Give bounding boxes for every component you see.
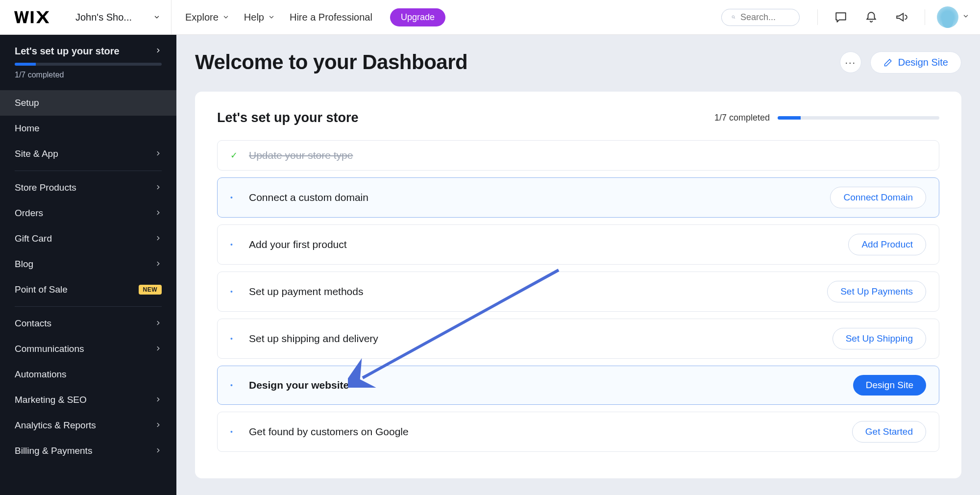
help-link[interactable]: Help: [244, 12, 275, 23]
main-header: Welcome to your Dashboard ··· Design Sit…: [195, 50, 961, 74]
setup-shipping-button[interactable]: Set Up Shipping: [833, 328, 926, 349]
search-input[interactable]: [740, 12, 789, 23]
avatar: [937, 6, 958, 28]
more-icon: ···: [845, 57, 856, 68]
top-right: [721, 6, 980, 28]
chevron-down-icon: [153, 12, 160, 23]
chevron-right-icon: [155, 318, 162, 329]
card-progress-bar: [778, 116, 939, 120]
chat-icon[interactable]: [826, 11, 856, 24]
add-product-button[interactable]: Add Product: [848, 234, 926, 255]
sidebar-item-automations[interactable]: Automations: [0, 362, 176, 387]
card-progress-text: 1/7 completed: [714, 113, 770, 123]
connect-domain-button[interactable]: Connect Domain: [830, 187, 926, 208]
sidebar-item-setup[interactable]: Setup: [0, 90, 176, 116]
step-add-product[interactable]: • Add your first product Add Product: [217, 224, 939, 265]
chevron-down-icon: [962, 13, 969, 22]
chevron-right-icon: [155, 182, 162, 193]
sidebar-item-orders[interactable]: Orders: [0, 200, 176, 226]
step-google[interactable]: • Get found by customers on Google Get S…: [217, 412, 939, 452]
main-content: Welcome to your Dashboard ··· Design Sit…: [176, 35, 980, 495]
sidebar-item-billing-payments[interactable]: Billing & Payments: [0, 438, 176, 464]
avatar-menu[interactable]: [937, 6, 969, 28]
card-title: Let's set up your store: [217, 110, 358, 125]
sidebar-progress-text: 1/7 completed: [0, 66, 176, 90]
new-badge: NEW: [139, 285, 162, 295]
upgrade-button[interactable]: Upgrade: [390, 8, 445, 26]
bullet-icon: •: [230, 194, 237, 201]
sidebar-item-blog[interactable]: Blog: [0, 251, 176, 277]
sidebar-item-store-products[interactable]: Store Products: [0, 175, 176, 200]
sidebar-separator: [15, 306, 162, 307]
top-bar: John's Sho... Explore Help Hire a Profes…: [0, 0, 980, 35]
top-links: Explore Help Hire a Professional Upgrade: [172, 8, 445, 26]
pencil-icon: [883, 57, 893, 67]
chevron-right-icon: [155, 208, 162, 219]
divider: [925, 9, 925, 25]
design-site-step-button[interactable]: Design Site: [853, 375, 926, 396]
bullet-icon: •: [230, 335, 237, 343]
svg-rect-0: [30, 11, 33, 23]
card-header: Let's set up your store 1/7 completed: [217, 110, 939, 125]
sidebar-item-home[interactable]: Home: [0, 116, 176, 141]
sidebar-item-analytics-reports[interactable]: Analytics & Reports: [0, 413, 176, 438]
sidebar-item-point-of-sale[interactable]: Point of Sale NEW: [0, 277, 176, 302]
wix-logo[interactable]: [0, 0, 65, 34]
chevron-right-icon: [155, 420, 162, 431]
get-started-button[interactable]: Get Started: [852, 421, 926, 443]
search-icon: [732, 12, 735, 22]
announce-icon[interactable]: [886, 11, 917, 24]
sidebar-item-contacts[interactable]: Contacts: [0, 311, 176, 336]
hire-link[interactable]: Hire a Professional: [290, 12, 372, 23]
search-box[interactable]: [721, 9, 800, 26]
main-actions: ··· Design Site: [840, 51, 961, 74]
bullet-icon: •: [230, 241, 237, 248]
sidebar: Let's set up your store 1/7 completed Se…: [0, 35, 176, 495]
check-icon: ✓: [230, 150, 237, 161]
site-selector[interactable]: John's Sho...: [65, 0, 172, 34]
chevron-right-icon: [155, 344, 162, 354]
step-shipping[interactable]: • Set up shipping and delivery Set Up Sh…: [217, 319, 939, 359]
svg-line-2: [734, 18, 735, 19]
chevron-down-icon: [268, 12, 275, 23]
site-name: John's Sho...: [75, 12, 132, 23]
sidebar-setup-header[interactable]: Let's set up your store: [0, 35, 176, 63]
step-payments[interactable]: • Set up payment methods Set Up Payments: [217, 272, 939, 312]
card-progress: 1/7 completed: [714, 113, 939, 123]
sidebar-item-communications[interactable]: Communications: [0, 336, 176, 362]
divider: [817, 9, 818, 25]
design-site-button[interactable]: Design Site: [870, 51, 961, 74]
sidebar-item-gift-card[interactable]: Gift Card: [0, 226, 176, 251]
bell-icon[interactable]: [856, 11, 886, 24]
setup-card: Let's set up your store 1/7 completed ✓ …: [195, 92, 961, 478]
sidebar-separator: [15, 171, 162, 171]
page-title: Welcome to your Dashboard: [195, 50, 467, 74]
bullet-icon: •: [230, 381, 237, 389]
setup-payments-button[interactable]: Set Up Payments: [827, 281, 926, 302]
wix-logo-icon: [14, 10, 51, 25]
step-update-store-type[interactable]: ✓ Update your store type: [217, 140, 939, 171]
chevron-right-icon: [155, 259, 162, 270]
chevron-right-icon: [155, 395, 162, 405]
chevron-down-icon: [222, 12, 229, 23]
svg-point-1: [732, 16, 735, 18]
sidebar-item-site-app[interactable]: Site & App: [0, 141, 176, 167]
chevron-right-icon: [155, 148, 162, 159]
step-connect-domain[interactable]: • Connect a custom domain Connect Domain: [217, 177, 939, 218]
chevron-right-icon: [155, 47, 162, 56]
chevron-right-icon: [155, 233, 162, 244]
sidebar-item-marketing-seo[interactable]: Marketing & SEO: [0, 387, 176, 413]
bullet-icon: •: [230, 428, 237, 436]
step-design-website[interactable]: • Design your website Design Site: [217, 366, 939, 405]
more-button[interactable]: ···: [840, 51, 861, 73]
bullet-icon: •: [230, 288, 237, 296]
chevron-right-icon: [155, 446, 162, 456]
explore-link[interactable]: Explore: [185, 12, 229, 23]
